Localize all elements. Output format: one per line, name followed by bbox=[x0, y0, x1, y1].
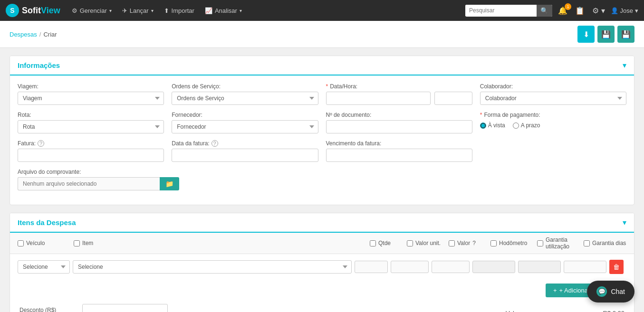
col-header-garantia-dias: Garantia dias bbox=[584, 240, 626, 246]
settings-icon[interactable]: ⚙ ▾ bbox=[590, 4, 606, 17]
vencimento-input[interactable] bbox=[326, 149, 472, 162]
user-icon: 👤 bbox=[611, 7, 618, 14]
valor-unit-input[interactable]: 0,00 bbox=[391, 261, 429, 273]
ordens-label: Ordens de Serviço: bbox=[172, 83, 318, 90]
itens-header: Itens da Despesa ▾ bbox=[10, 213, 634, 233]
radio-aprazo[interactable]: A prazo bbox=[513, 122, 540, 129]
hodometro-input[interactable]: 0,0 bbox=[472, 261, 515, 273]
fornecedor-label: Fornecedor: bbox=[172, 112, 318, 118]
informacoes-body: Viagem: Viagem Ordens de Serviço: Ordens… bbox=[10, 76, 634, 205]
qtde-checkbox[interactable] bbox=[370, 240, 376, 246]
fatura-help-icon[interactable]: ? bbox=[38, 140, 44, 147]
chat-button[interactable]: 💬 Chat bbox=[587, 281, 634, 303]
nav-right: 🔍 🔔 1 📋 ⚙ ▾ 👤 Jose ▾ bbox=[465, 4, 638, 17]
veiculo-checkbox[interactable] bbox=[18, 240, 24, 246]
data-hora-inline: 27/06/2022 14:00 bbox=[326, 92, 472, 105]
chat-label: Chat bbox=[611, 288, 625, 295]
table-header: Veículo Item Qtde Valor unit. Valor ? bbox=[10, 233, 634, 254]
qtde-input[interactable]: 0,00 bbox=[355, 261, 388, 273]
form-group-data-fatura: Data da fatura: ? bbox=[172, 140, 318, 162]
save2-button[interactable]: 💾 bbox=[617, 26, 634, 43]
notification-bell[interactable]: 🔔 1 bbox=[556, 4, 569, 17]
fornecedor-select[interactable]: Fornecedor bbox=[172, 120, 318, 133]
search-box: 🔍 bbox=[465, 5, 552, 17]
viagem-label: Viagem: bbox=[18, 83, 164, 90]
cell-valor: 0,00 bbox=[432, 261, 470, 273]
col-header-hodometro: Hodômetro bbox=[490, 240, 533, 246]
time-input[interactable]: 14:00 bbox=[434, 92, 472, 105]
valor-help-icon[interactable]: ? bbox=[472, 240, 476, 246]
breadcrumb-parent-link[interactable]: Despesas bbox=[10, 31, 37, 38]
veiculo-select-row[interactable]: Selecione bbox=[18, 260, 70, 274]
notification-badge: 1 bbox=[565, 3, 571, 10]
chart-icon: 📈 bbox=[205, 7, 212, 14]
garantia-util-checkbox[interactable] bbox=[537, 240, 543, 246]
data-fatura-input[interactable] bbox=[172, 149, 318, 162]
garantia-util-input[interactable]: 0,0 bbox=[518, 261, 561, 273]
summary-valor-value: R$ 0,00 bbox=[603, 310, 625, 312]
forma-pag-radio-group: À vista A prazo bbox=[480, 120, 626, 129]
nav-gerenciar[interactable]: ⚙ Gerenciar ▾ bbox=[67, 4, 116, 17]
num-doc-input[interactable] bbox=[326, 120, 472, 133]
save-button[interactable]: 💾 bbox=[597, 26, 615, 43]
table-body: Selecione Selecione 0,00 0,00 0,00 bbox=[10, 254, 634, 280]
brand: S Sofit View bbox=[6, 4, 60, 17]
date-input[interactable]: 27/06/2022 bbox=[326, 92, 431, 105]
num-doc-label: Nº de documento: bbox=[326, 112, 472, 118]
informacoes-toggle[interactable]: ▾ bbox=[623, 61, 626, 70]
desconto-rs-input[interactable]: 0 bbox=[82, 304, 168, 312]
chevron-down-icon: ▾ bbox=[151, 8, 154, 13]
delete-row-button[interactable]: 🗑 bbox=[609, 260, 624, 274]
viagem-select[interactable]: Viagem bbox=[18, 92, 164, 105]
data-fatura-help-icon[interactable]: ? bbox=[211, 140, 218, 147]
fatura-input[interactable] bbox=[18, 149, 164, 162]
desconto-rs-label: Desconto (R$) bbox=[19, 307, 77, 312]
totals-row: Desconto (R$) 0 Desconto (%) 0 Valor R$ … bbox=[10, 301, 634, 312]
cell-delete: 🗑 bbox=[609, 260, 626, 274]
file-upload-display bbox=[18, 177, 160, 190]
nav-lancar[interactable]: ✈ Lançar ▾ bbox=[117, 4, 158, 17]
item-checkbox[interactable] bbox=[74, 240, 80, 246]
brand-icon: S bbox=[6, 4, 19, 17]
rota-select[interactable]: Rota bbox=[18, 120, 164, 133]
cell-valor-unit: 0,00 bbox=[391, 261, 429, 273]
itens-toggle[interactable]: ▾ bbox=[623, 218, 626, 227]
col-header-item: Item bbox=[74, 240, 366, 246]
search-button[interactable]: 🔍 bbox=[537, 5, 552, 17]
garantia-dias-checkbox[interactable] bbox=[584, 240, 590, 246]
search-input[interactable] bbox=[465, 5, 537, 16]
form-group-fatura: Fatura: ? bbox=[18, 140, 164, 162]
valor-input[interactable]: 0,00 bbox=[432, 261, 470, 273]
valor-checkbox[interactable] bbox=[449, 240, 455, 246]
garantia-dias-input[interactable] bbox=[564, 261, 606, 273]
nav-menu: ⚙ Gerenciar ▾ ✈ Lançar ▾ ⬆ Importar 📈 An… bbox=[67, 4, 463, 17]
nav-importar[interactable]: ⬆ Importar bbox=[159, 4, 199, 17]
download-button[interactable]: ⬇ bbox=[577, 26, 595, 43]
informacoes-title: Informações bbox=[18, 61, 60, 69]
form-group-ordens: Ordens de Serviço: Ordens de Serviço bbox=[172, 83, 318, 105]
breadcrumb: Despesas / Criar bbox=[10, 31, 57, 38]
colaborador-select[interactable]: Colaborador bbox=[480, 92, 626, 105]
form-group-data-hora: * Data/Hora: 27/06/2022 14:00 bbox=[326, 83, 472, 105]
informacoes-section: Informações ▾ Viagem: Viagem Ordens de S… bbox=[10, 56, 634, 205]
col-header-veiculo: Veículo bbox=[18, 240, 70, 246]
form-group-rota: Rota: Rota bbox=[18, 112, 164, 133]
chevron-down-icon: ▾ bbox=[109, 8, 112, 13]
item-select-row[interactable]: Selecione bbox=[73, 260, 352, 274]
cell-garantia-util: 0,0 bbox=[518, 261, 561, 273]
form-row-1: Viagem: Viagem Ordens de Serviço: Ordens… bbox=[18, 83, 626, 105]
desconto-rs-row: Desconto (R$) 0 bbox=[19, 304, 168, 312]
vencimento-label: Vencimento da fatura: bbox=[326, 140, 472, 147]
nav-analisar[interactable]: 📈 Analisar ▾ bbox=[200, 4, 247, 17]
user-menu[interactable]: 👤 Jose ▾ bbox=[611, 7, 638, 14]
data-fatura-label: Data da fatura: ? bbox=[172, 140, 318, 147]
clipboard-icon[interactable]: 📋 bbox=[573, 4, 586, 17]
radio-avista[interactable]: À vista bbox=[480, 122, 505, 129]
table-row: Selecione Selecione 0,00 0,00 0,00 bbox=[18, 258, 626, 276]
valor-unit-checkbox[interactable] bbox=[407, 240, 413, 246]
file-upload-button[interactable]: 📁 bbox=[160, 177, 179, 190]
informacoes-header: Informações ▾ bbox=[10, 56, 634, 76]
ordens-select[interactable]: Ordens de Serviço bbox=[172, 92, 318, 105]
hodometro-checkbox[interactable] bbox=[490, 240, 497, 246]
colaborador-label: Colaborador: bbox=[480, 83, 626, 90]
